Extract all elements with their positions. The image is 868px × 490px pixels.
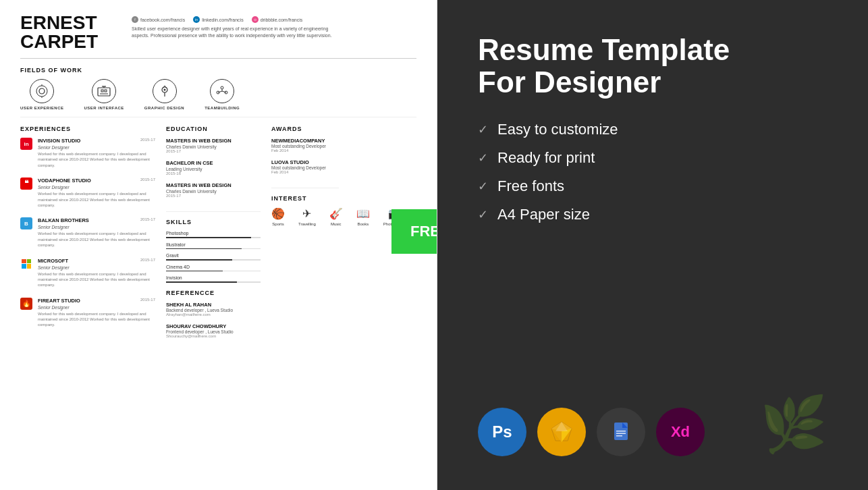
edu-school-1: Charles Darwin University <box>166 144 261 149</box>
svg-rect-27 <box>616 433 626 435</box>
svg-point-13 <box>221 86 223 89</box>
svg-rect-4 <box>98 88 110 96</box>
skill-1: Photoshop <box>166 231 261 238</box>
exp-company-2: VODAPHONE STUDIO <box>38 178 91 184</box>
gd-label: GRAPHIC DESIGN <box>144 106 184 110</box>
right-top: Resume Template For Designer ✓ Easy to c… <box>478 34 828 379</box>
exp-microsoft: MICROSOFT 2015-17 Senior Designer Worked… <box>20 258 155 288</box>
reference-title: REFERENCCE <box>166 290 261 296</box>
exp-desc-4: Worked for this web development company.… <box>38 271 155 288</box>
resume-contact: f facebook.com/francis in linkedin.com/f… <box>132 16 416 23</box>
interest-travel: ✈ Travelling <box>298 207 316 226</box>
exp-desc-3: Worked for this web development company.… <box>38 231 155 248</box>
edu-degree-2: BACHELOR IN CSE <box>166 160 261 166</box>
exp-role-4: Senior Designer <box>38 265 155 270</box>
edu-degree-1: MASTERS IN WEB DESIGN <box>166 138 261 144</box>
awards-title: AWARDS <box>271 126 339 132</box>
ref-2: SHOURAV CHOWDHURY Frontend developer , L… <box>166 323 261 338</box>
interest-sports: 🏀 Sports <box>271 207 285 226</box>
main-title: Resume Template For Designer <box>478 34 828 99</box>
edu-year-1: 2015-17 <box>166 149 261 153</box>
exp-company-4: MICROSOFT <box>38 258 68 264</box>
skills-title: SKILLS <box>166 219 261 225</box>
decorative-plant: 🌿 <box>760 393 828 456</box>
field-ui: USER INTERFACE <box>84 79 124 110</box>
main-columns: EXPERIENCES in INVISION STUDIO 2015-17 S… <box>20 126 416 345</box>
svg-rect-5 <box>101 90 103 92</box>
feature-list: ✓ Easy to customize ✓ Ready for print ✓ … <box>478 121 828 223</box>
right-panel: Resume Template For Designer ✓ Easy to c… <box>437 0 868 490</box>
resume-name: ERNEST CARPET <box>20 13 125 51</box>
exp-invision: in INVISION STUDIO 2015-17 Senior Design… <box>20 138 155 168</box>
edu-degree-3: MASTERS IN WEB DESIGN <box>166 182 261 188</box>
skills-section: SKILLS Photoshop Illustrator Gravit <box>166 219 261 283</box>
resume-preview: ERNEST CARPET f facebook.com/francis in … <box>0 0 437 490</box>
exp-date-5: 2015-17 <box>140 298 155 304</box>
free-badge: FREE <box>391 209 437 254</box>
tb-icon <box>210 79 234 103</box>
skill-5: Invision <box>166 275 261 283</box>
check-icon-3: ✓ <box>478 179 488 194</box>
exp-company-3: BALKAN BROTHERS <box>38 217 89 223</box>
fields-grid: USER EXPERIENCE USER INTERFACE <box>20 79 416 110</box>
svg-rect-6 <box>105 90 107 92</box>
travel-icon: ✈ <box>302 207 311 220</box>
field-ux: USER EXPERIENCE <box>20 79 64 110</box>
feature-2: ✓ Ready for print <box>478 149 828 167</box>
microsoft-logo <box>20 258 32 270</box>
svg-point-1 <box>36 86 47 97</box>
xd-icon: Xd <box>656 408 705 456</box>
field-tb: TEAMBUILDING <box>205 79 240 110</box>
edu-1: MASTERS IN WEB DESIGN Charles Darwin Uni… <box>166 138 261 153</box>
exp-fireart: 🔥 FIREART STUDIO 2015-17 Senior Designer… <box>20 298 155 328</box>
exp-role-2: Senior Designer <box>38 185 155 190</box>
exp-company: INVISION STUDIO <box>38 138 80 144</box>
ui-label: USER INTERFACE <box>84 106 124 110</box>
education-section: EDUCATION MASTERS IN WEB DESIGN Charles … <box>166 126 261 212</box>
feature-1: ✓ Easy to customize <box>478 121 828 138</box>
field-gd: GRAPHIC DESIGN <box>144 79 184 110</box>
edu-2: BACHELOR IN CSE Leading University 2015-… <box>166 160 261 175</box>
edu-year-2: 2015-16 <box>166 171 261 175</box>
check-icon-2: ✓ <box>478 151 488 165</box>
svg-rect-26 <box>616 431 626 432</box>
exp-date-2: 2015-17 <box>140 178 155 184</box>
exp-date: 2015-17 <box>140 138 155 144</box>
fireart-logo: 🔥 <box>20 298 32 310</box>
feature-3: ✓ Free fonts <box>478 178 828 195</box>
check-icon-4: ✓ <box>478 207 488 222</box>
exp-date-3: 2015-17 <box>140 217 155 223</box>
award-1: NEWMEDIACOMPANY Most outstanding Develop… <box>271 138 339 153</box>
edu-school-3: Charles Darwin University <box>166 189 261 194</box>
photoshop-icon: Ps <box>478 408 526 456</box>
education-title: EDUCATION <box>166 126 261 132</box>
interest-title: INTEREST <box>271 195 339 202</box>
edu-school-2: Leading University <box>166 167 261 171</box>
fields-section: FIELDS OF WORK USER EXPERIENCE <box>20 67 416 117</box>
skill-3: Gravit <box>166 253 261 261</box>
gdocs-icon <box>597 408 645 456</box>
books-icon: 📖 <box>356 207 370 220</box>
balkan-logo: B <box>20 217 32 229</box>
sports-icon: 🏀 <box>271 207 285 220</box>
sketch-icon <box>537 408 586 456</box>
tb-label: TEAMBUILDING <box>205 106 240 110</box>
ux-icon <box>30 79 54 103</box>
facebook-icon: f <box>132 16 138 23</box>
svg-rect-28 <box>616 435 622 437</box>
gd-icon <box>153 79 177 103</box>
edu-3: MASTERS IN WEB DESIGN Charles Darwin Uni… <box>166 182 261 198</box>
experiences-title: EXPERIENCES <box>20 126 155 132</box>
ux-label: USER EXPERIENCE <box>20 106 64 110</box>
exp-balkan: B BALKAN BROTHERS 2015-17 Senior Designe… <box>20 217 155 248</box>
app-icons-row: Ps Xd 🌿 <box>478 393 828 456</box>
exp-desc-5: Worked for this web development company.… <box>38 311 155 328</box>
skill-2: Illustrator <box>166 242 261 250</box>
exp-vodafone: ❝ VODAPHONE STUDIO 2015-17 Senior Design… <box>20 178 155 208</box>
exp-role-3: Senior Designer <box>38 225 155 229</box>
music-icon: 🎸 <box>329 207 343 220</box>
resume-bio: Skilled user experience designer with ei… <box>132 26 334 39</box>
edu-skills-column: EDUCATION MASTERS IN WEB DESIGN Charles … <box>166 126 261 345</box>
exp-role-5: Senior Designer <box>38 305 155 310</box>
interest-books: 📖 Books <box>356 207 370 226</box>
